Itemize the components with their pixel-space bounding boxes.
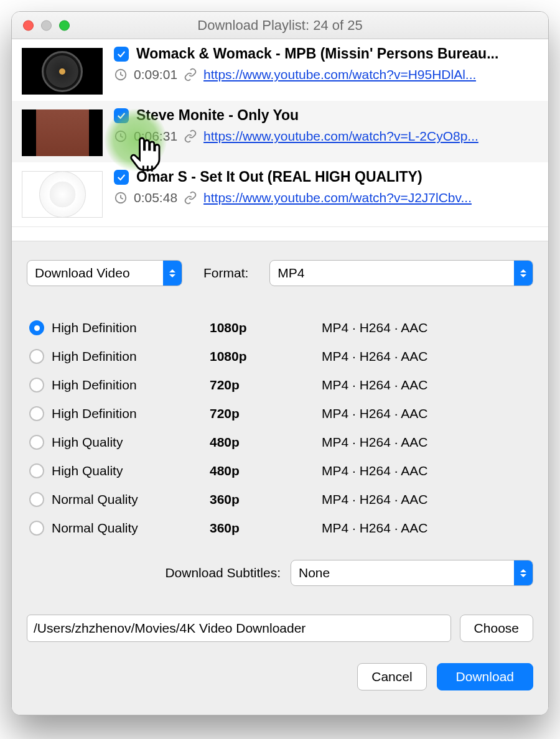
cancel-button[interactable]: Cancel <box>357 663 426 690</box>
video-thumbnail <box>22 48 103 95</box>
quality-name: Normal Quality <box>52 492 138 507</box>
radio-icon <box>29 349 44 364</box>
include-checkbox[interactable] <box>114 170 129 185</box>
clock-icon <box>114 191 128 205</box>
playlist-item: Steve Monite - Only You 0:06:31 https://… <box>12 101 548 162</box>
radio-icon <box>29 320 44 335</box>
format-label: Format: <box>203 266 248 281</box>
download-mode-select[interactable]: Download Video <box>27 260 182 286</box>
quality-resolution: 720p <box>210 406 322 421</box>
quality-name: High Definition <box>52 349 137 364</box>
window-title: Download Playlist: 24 of 25 <box>12 17 548 34</box>
quality-name: High Definition <box>52 406 137 421</box>
video-title: Womack & Womack - MPB (Missin' Persons B… <box>136 45 498 62</box>
video-duration: 0:09:01 <box>134 67 177 82</box>
subtitles-value: None <box>299 565 330 580</box>
quality-resolution: 480p <box>210 463 322 478</box>
download-button[interactable]: Download <box>437 663 533 690</box>
clock-icon <box>114 68 128 81</box>
chevron-updown-icon <box>163 261 182 286</box>
quality-option[interactable]: Normal Quality360pMP4 · H264 · AAC <box>29 485 533 514</box>
radio-icon <box>29 521 44 536</box>
link-icon <box>184 68 197 81</box>
include-checkbox[interactable] <box>114 108 129 123</box>
radio-icon <box>29 463 44 478</box>
format-value: MP4 <box>278 266 304 281</box>
video-duration: 0:05:48 <box>134 190 177 205</box>
quality-resolution: 720p <box>210 378 322 393</box>
quality-option[interactable]: High Quality480pMP4 · H264 · AAC <box>29 428 533 457</box>
minimize-icon[interactable] <box>41 20 52 30</box>
quality-resolution: 360p <box>210 492 322 507</box>
quality-codec: MP4 · H264 · AAC <box>322 349 533 364</box>
video-title: Steve Monite - Only You <box>136 107 299 124</box>
quality-resolution: 480p <box>210 435 322 450</box>
quality-option[interactable]: Normal Quality360pMP4 · H264 · AAC <box>29 514 533 542</box>
quality-codec: MP4 · H264 · AAC <box>322 378 533 393</box>
quality-list: High Definition1080pMP4 · H264 · AACHigh… <box>29 314 533 542</box>
quality-codec: MP4 · H264 · AAC <box>322 463 533 478</box>
download-path-field[interactable]: /Users/zhzhenov/Movies/4K Video Download… <box>27 615 451 642</box>
radio-icon <box>29 492 44 507</box>
link-icon <box>184 191 197 205</box>
clock-icon <box>114 129 128 143</box>
radio-icon <box>29 406 44 421</box>
quality-codec: MP4 · H264 · AAC <box>322 492 533 507</box>
quality-codec: MP4 · H264 · AAC <box>322 320 533 335</box>
quality-name: High Quality <box>52 463 123 478</box>
quality-name: High Definition <box>52 320 137 335</box>
video-thumbnail <box>22 109 103 156</box>
quality-name: High Definition <box>52 378 137 393</box>
subtitles-select[interactable]: None <box>291 560 533 586</box>
zoom-icon[interactable] <box>59 20 70 30</box>
quality-codec: MP4 · H264 · AAC <box>322 521 533 536</box>
include-checkbox[interactable] <box>114 47 129 62</box>
video-thumbnail <box>22 171 103 218</box>
quality-option[interactable]: High Definition1080pMP4 · H264 · AAC <box>29 314 533 342</box>
quality-option[interactable]: High Definition1080pMP4 · H264 · AAC <box>29 342 533 371</box>
download-path-value: /Users/zhzhenov/Movies/4K Video Download… <box>34 621 306 636</box>
quality-codec: MP4 · H264 · AAC <box>322 435 533 450</box>
quality-codec: MP4 · H264 · AAC <box>322 406 533 421</box>
dialog-window: Download Playlist: 24 of 25 Womack & Wom… <box>11 11 549 715</box>
video-title: Omar S - Set It Out (REAL HIGH QUALITY) <box>136 169 422 185</box>
download-mode-value: Download Video <box>35 266 130 281</box>
chevron-updown-icon <box>514 261 533 286</box>
radio-icon <box>29 435 44 450</box>
quality-name: High Quality <box>52 435 123 450</box>
choose-path-button[interactable]: Choose <box>460 615 533 642</box>
quality-option[interactable]: High Definition720pMP4 · H264 · AAC <box>29 371 533 399</box>
settings-panel: Download Video Format: MP4 High Definiti… <box>12 241 548 715</box>
radio-icon <box>29 378 44 393</box>
quality-resolution: 1080p <box>210 349 322 364</box>
quality-resolution: 1080p <box>210 320 322 335</box>
video-url[interactable]: https://www.youtube.com/watch?v=H95HDlAl… <box>203 67 476 82</box>
close-icon[interactable] <box>23 20 34 30</box>
quality-option[interactable]: High Quality480pMP4 · H264 · AAC <box>29 457 533 485</box>
video-url[interactable]: https://www.youtube.com/watch?v=J2J7lCbv… <box>203 190 472 205</box>
quality-resolution: 360p <box>210 521 322 536</box>
playlist-item: Womack & Womack - MPB (Missin' Persons B… <box>12 39 548 101</box>
playlist: Womack & Womack - MPB (Missin' Persons B… <box>12 39 548 227</box>
video-duration: 0:06:31 <box>134 129 177 144</box>
window-controls <box>23 20 70 30</box>
subtitles-label: Download Subtitles: <box>165 565 281 580</box>
quality-name: Normal Quality <box>52 521 138 536</box>
quality-option[interactable]: High Definition720pMP4 · H264 · AAC <box>29 399 533 428</box>
playlist-item: Omar S - Set It Out (REAL HIGH QUALITY) … <box>12 162 548 224</box>
video-url[interactable]: https://www.youtube.com/watch?v=L-2CyO8p… <box>203 129 478 144</box>
titlebar: Download Playlist: 24 of 25 <box>12 12 548 39</box>
link-icon <box>184 129 197 143</box>
format-select[interactable]: MP4 <box>269 260 533 286</box>
chevron-updown-icon <box>514 560 533 585</box>
